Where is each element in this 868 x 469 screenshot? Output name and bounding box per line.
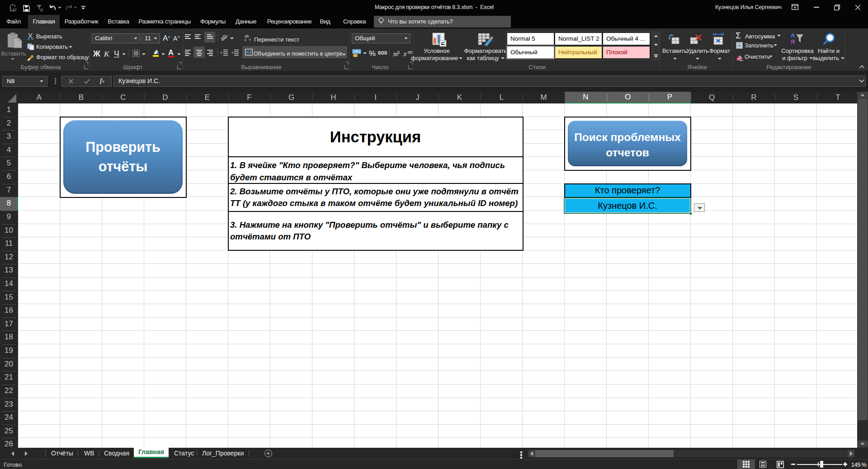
svg-text:Я: Я [791,38,795,45]
svg-text:12: 12 [12,7,17,12]
svg-text:А: А [791,32,795,39]
svg-text:ab: ab [221,33,228,42]
